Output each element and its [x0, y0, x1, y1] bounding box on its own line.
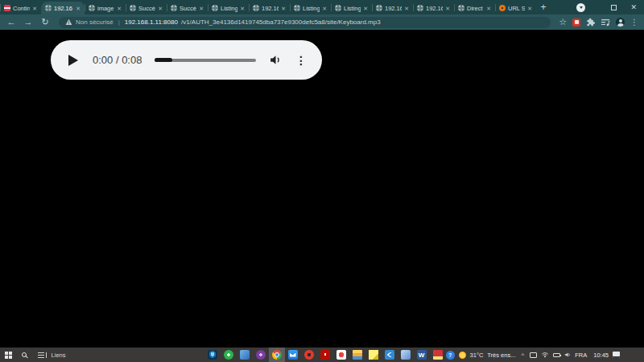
seek-bar[interactable] [155, 59, 256, 62]
tab-close-icon[interactable]: ✕ [527, 6, 532, 11]
tab-title: Succès [138, 5, 155, 12]
taskbar-app-explorer[interactable] [349, 348, 365, 362]
player-menu-icon[interactable]: ⋮ [295, 55, 307, 66]
tab-close-icon[interactable]: ✕ [404, 6, 409, 11]
reload-button[interactable]: ↻ [39, 18, 51, 27]
tab-title: 192.16 [426, 5, 443, 12]
taskbar-app-word[interactable] [414, 348, 430, 362]
clock[interactable]: 10:45 [593, 352, 609, 359]
browser-tab[interactable]: image ✕ [85, 2, 126, 14]
bookmark-star-icon[interactable]: ☆ [559, 18, 567, 27]
tab-close-icon[interactable]: ✕ [240, 6, 245, 11]
close-window-button[interactable]: ✕ [630, 4, 637, 11]
taskbar-apps [204, 348, 446, 362]
volume-tray-icon[interactable] [564, 352, 571, 358]
tab-close-icon[interactable]: ✕ [363, 6, 368, 11]
taskbar-app-sticky[interactable] [365, 348, 382, 362]
tab-close-icon[interactable]: ✕ [281, 6, 286, 11]
back-button[interactable]: ← [6, 18, 17, 27]
taskbar-app-opera[interactable] [301, 348, 317, 362]
not-secure-warning-icon[interactable] [65, 19, 72, 26]
tab-close-icon[interactable]: ✕ [322, 6, 327, 11]
browser-tab[interactable]: Listing ✕ [331, 2, 372, 14]
tab-title: Direct [467, 5, 484, 12]
url-host: 192.168.1.11:8080 [125, 19, 178, 26]
tab-close-icon[interactable]: ✕ [32, 6, 37, 11]
tab-title: Listing [221, 5, 237, 12]
tab-favicon [130, 5, 136, 11]
browser-tab[interactable]: URL Sh ✕ [495, 2, 536, 14]
browser-tab[interactable]: 192.16 ✕ [249, 2, 290, 14]
tab-close-icon[interactable]: ✕ [158, 6, 163, 11]
taskbar-app-acrobat[interactable] [317, 348, 333, 362]
browser-tab[interactable]: 192.16 ✕ [372, 2, 413, 14]
tab-title: Succès [180, 5, 196, 12]
taskbar-app-icon [272, 350, 282, 360]
extension-red-icon[interactable] [572, 19, 580, 27]
start-button[interactable] [0, 348, 16, 362]
taskbar-search-button[interactable] [16, 348, 32, 362]
windows-logo-icon [5, 352, 12, 359]
help-tray-icon[interactable]: ? [446, 351, 455, 360]
tab-title: 192.16 [54, 5, 73, 12]
tab-strip: Contin ✕ 192.16 ✕ image ✕ Succès [0, 0, 644, 14]
browser-tab[interactable]: Direct ✕ [454, 2, 495, 14]
url-path: /v1/AUTH_3e4136d1419745dba737e9300defc5a… [181, 19, 381, 26]
browser-tab[interactable]: 192.16 ✕ [41, 2, 85, 14]
taskbar-app-green[interactable] [221, 348, 237, 362]
maximize-button[interactable] [611, 5, 617, 10]
taskbar-app-icon [417, 350, 427, 360]
tab-close-icon[interactable]: ✕ [117, 6, 122, 11]
address-bar[interactable]: Non sécurisé | 192.168.1.11:8080/v1/AUTH… [59, 17, 551, 28]
taskbar-app-purple[interactable] [253, 348, 269, 362]
links-toolbar-button[interactable] [32, 348, 48, 362]
network-tray-icon[interactable] [541, 352, 549, 358]
taskbar-app-vscode[interactable] [382, 348, 398, 362]
tab-close-icon[interactable]: ✕ [76, 6, 80, 11]
tray-expand-chevron[interactable]: ^ [521, 352, 524, 359]
display-tray-icon[interactable] [530, 352, 537, 358]
taskbar-app-icon [433, 350, 443, 360]
browser-tab[interactable]: Succès ✕ [126, 2, 167, 14]
tab-favicon [253, 5, 259, 11]
browser-tab[interactable]: Contin ✕ [0, 2, 41, 14]
taskbar-app-mail[interactable] [285, 348, 301, 362]
media-controls-icon[interactable] [601, 19, 610, 27]
chevron-down-icon [580, 6, 583, 9]
language-indicator[interactable]: FRA [575, 352, 587, 359]
weather-label[interactable]: Très ens... [487, 352, 515, 359]
audio-player[interactable]: 0:00 / 0:08 ⋮ [51, 40, 322, 80]
tab-title: Listing [344, 5, 361, 12]
profile-avatar[interactable] [616, 18, 625, 27]
volume-icon[interactable] [269, 53, 283, 67]
links-toolbar-label[interactable]: Liens [52, 352, 66, 359]
browser-tab[interactable]: Listing ✕ [290, 2, 331, 14]
browser-tab[interactable]: Listing ✕ [208, 2, 249, 14]
temperature-label[interactable]: 31°C [470, 352, 484, 359]
tab-close-icon[interactable]: ✕ [486, 6, 491, 11]
taskbar-app-photos[interactable] [333, 348, 349, 362]
play-button[interactable] [66, 55, 80, 66]
taskbar-app-bluesq[interactable] [237, 348, 253, 362]
tab-close-icon[interactable]: ✕ [199, 6, 204, 11]
forward-button[interactable]: → [23, 18, 34, 27]
browser-tab[interactable]: Succès ✕ [167, 2, 208, 14]
taskbar-app-chrome[interactable] [269, 348, 285, 362]
taskbar-app-icon [401, 350, 411, 360]
browser-tab[interactable]: 192.16 ✕ [413, 2, 454, 14]
taskbar-app-cube[interactable] [398, 348, 414, 362]
action-center-icon[interactable] [613, 352, 620, 358]
new-tab-button[interactable]: + [536, 0, 551, 14]
tab-close-icon[interactable]: ✕ [445, 6, 450, 11]
taskbar-app-winrar[interactable] [430, 348, 446, 362]
tab-favicon [89, 5, 95, 11]
extensions-puzzle-icon[interactable] [586, 18, 595, 27]
tab-search-button[interactable] [576, 3, 585, 12]
battery-tray-icon[interactable] [553, 353, 560, 357]
tab-favicon [335, 5, 341, 11]
browser-menu-icon[interactable]: ⋮ [630, 19, 638, 27]
taskbar-app-icon [256, 350, 266, 360]
taskbar-app-icon [320, 350, 330, 360]
weather-sun-icon[interactable] [459, 352, 466, 359]
taskbar-app-gem[interactable] [204, 348, 221, 362]
